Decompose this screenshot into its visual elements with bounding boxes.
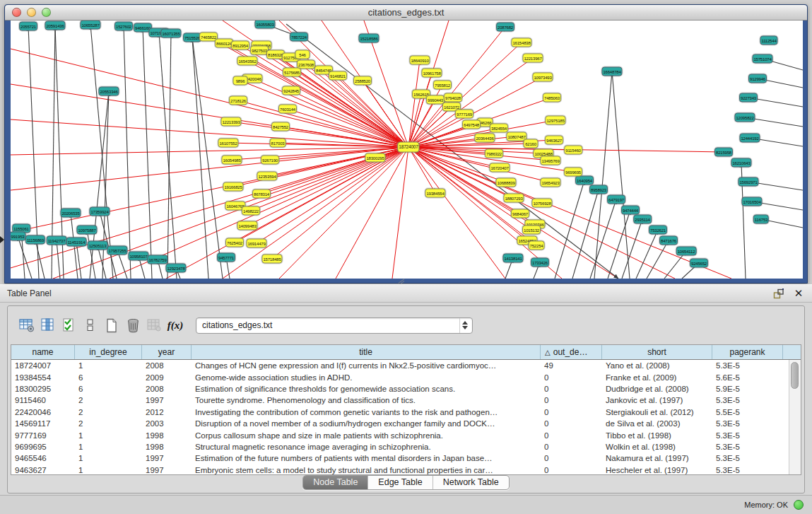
graph-node[interactable]: 12353594	[257, 172, 277, 181]
graph-node[interactable]: 7532621	[649, 226, 667, 235]
table-select-dropdown[interactable]: citations_edges.txt	[196, 317, 473, 334]
graph-node[interactable]: 8215958	[714, 148, 733, 157]
graph-node[interactable]: 10973493	[532, 73, 553, 82]
graph-node[interactable]: 8427552	[271, 122, 290, 132]
graph-node[interactable]: 16071355	[160, 29, 181, 38]
table-row[interactable]: 1938455462009Genome-wide association stu…	[11, 371, 801, 382]
graph-node[interactable]: 9990443	[426, 95, 445, 105]
graph-node[interactable]: 16210643	[731, 158, 751, 168]
graph-node[interactable]: 15692971	[738, 177, 758, 187]
graph-node[interactable]: 8958923	[589, 185, 608, 194]
graph-node[interactable]: 17359924	[89, 207, 110, 216]
graph-node[interactable]: 1640954	[575, 176, 594, 185]
graph-node[interactable]: 16720407	[489, 163, 510, 173]
graph-node[interactable]: 16914479	[246, 239, 266, 248]
table-row[interactable]: 911546021997Tourette syndrome. Phenomeno…	[11, 395, 801, 406]
table-row[interactable]: 1830029562008Estimation of significance …	[11, 383, 801, 395]
graph-node[interactable]: 9146821	[329, 71, 347, 81]
function-builder-icon[interactable]: f(x)	[165, 315, 186, 336]
collapsed-panel-arrow-icon[interactable]	[0, 236, 4, 243]
graph-node[interactable]: 11451914	[66, 238, 87, 247]
graph-node[interactable]: 546	[295, 50, 310, 59]
graph-node[interactable]: 15751074	[752, 54, 772, 64]
graph-node[interactable]: 17016504	[741, 197, 762, 206]
tab-network-table[interactable]: Network Table	[433, 476, 509, 489]
table-row[interactable]: 2242004622012Investigating the contribut…	[11, 407, 801, 418]
import-table-icon[interactable]	[143, 315, 165, 336]
graph-node[interactable]: 18807293	[503, 194, 524, 203]
graph-node[interactable]: 16154838	[511, 38, 531, 47]
graph-node[interactable]: 7955812	[433, 81, 452, 90]
graph-node[interactable]: 116753	[753, 215, 769, 224]
float-window-icon[interactable]	[772, 288, 785, 299]
graph-node[interactable]: 18724007	[397, 142, 419, 153]
close-panel-icon[interactable]: ✕	[792, 288, 805, 299]
close-window-button[interactable]	[12, 8, 21, 17]
show-columns-icon[interactable]	[37, 315, 59, 336]
graph-node[interactable]: 2935114	[633, 215, 652, 224]
graph-node[interactable]: 17957255	[107, 246, 127, 255]
graph-node[interactable]: 13495769	[540, 156, 560, 165]
graph-node[interactable]: 10958107	[128, 252, 148, 261]
graph-node[interactable]: 752254	[529, 241, 545, 250]
graph-node[interactable]: 18640910	[409, 56, 430, 65]
graph-node[interactable]: 14138141	[502, 254, 523, 263]
column-header-short[interactable]: short	[602, 345, 712, 359]
graph-node[interactable]: 9699695	[564, 168, 582, 177]
graph-node[interactable]: 10961758	[421, 69, 442, 78]
graph-node[interactable]: 1527602	[114, 22, 133, 31]
graph-node[interactable]: 62160	[524, 139, 539, 148]
graph-node[interactable]: 15218586	[358, 34, 379, 43]
graph-node[interactable]: 9794028	[444, 93, 462, 103]
graph-node[interactable]: 8678314	[252, 189, 271, 199]
column-header-pagerank[interactable]: pagerank	[712, 345, 783, 359]
graph-node[interactable]: 16648784	[601, 67, 622, 76]
graph-node[interactable]: 9896	[233, 76, 248, 86]
network-canvas[interactable]: 1872400720557212059143610655287152760294…	[11, 21, 803, 279]
graph-node[interactable]: 16055803	[254, 21, 275, 29]
graph-node[interactable]: 19654923	[540, 178, 560, 187]
table-settings-icon[interactable]	[16, 315, 37, 336]
graph-node[interactable]: 3824554	[490, 124, 508, 133]
graph-node[interactable]: 6497548	[462, 120, 481, 129]
graph-node[interactable]: 19384554	[425, 189, 445, 198]
graph-node[interactable]: 9267190	[261, 156, 279, 165]
graph-node[interactable]: 14099483	[237, 221, 257, 230]
table-row[interactable]: 969969511998Structural magnetic resonanc…	[11, 441, 801, 452]
minimize-window-button[interactable]	[27, 8, 36, 17]
table-row[interactable]: 977716911998Corpus callosum shape and si…	[11, 429, 801, 440]
graph-node[interactable]: 10655287	[80, 21, 100, 30]
graph-node[interactable]: 9129946	[748, 74, 767, 83]
graph-node[interactable]: 2055721	[19, 22, 37, 31]
tab-edge-table[interactable]: Edge Table	[368, 476, 433, 489]
graph-node[interactable]: 7857224	[290, 33, 308, 42]
column-header-outde[interactable]: △out_de…	[541, 345, 602, 359]
graph-node[interactable]: 12923478	[165, 264, 186, 273]
graph-node[interactable]: 12505113	[88, 241, 108, 250]
graph-node[interactable]: 20364436	[474, 134, 495, 143]
graph-node[interactable]: 11942737	[47, 236, 67, 245]
select-all-icon[interactable]	[59, 315, 80, 336]
graph-node[interactable]: 8471676	[659, 236, 678, 245]
graph-node[interactable]: 16107552	[218, 139, 238, 148]
graph-node[interactable]: 10975887	[76, 226, 97, 235]
graph-node[interactable]: 16782759	[147, 255, 167, 264]
split-pane-grip[interactable]	[398, 279, 405, 284]
graph-node[interactable]: 18300295	[365, 153, 385, 163]
graph-node[interactable]: 7603144	[278, 105, 297, 114]
graph-node[interactable]: 5175685	[283, 68, 301, 77]
graph-node[interactable]: 20591436	[45, 21, 65, 30]
graph-node[interactable]: 6479197	[607, 195, 625, 204]
graph-node[interactable]: 15718485	[261, 255, 282, 264]
graph-node[interactable]: 9777169	[455, 110, 473, 119]
graph-node[interactable]: 1498222	[242, 206, 260, 216]
graph-node[interactable]: 2718126	[229, 96, 247, 105]
graph-node[interactable]: 10756928	[531, 199, 552, 208]
graph-node[interactable]: 12213967	[522, 54, 543, 63]
column-header-title[interactable]: title	[192, 345, 541, 359]
delete-table-icon[interactable]	[122, 315, 143, 336]
graph-node[interactable]: 20553346	[98, 87, 119, 96]
graph-node[interactable]: 10688839	[495, 178, 516, 187]
graph-node[interactable]: 20206535	[60, 209, 81, 218]
graph-node[interactable]: 19166825	[223, 182, 243, 192]
